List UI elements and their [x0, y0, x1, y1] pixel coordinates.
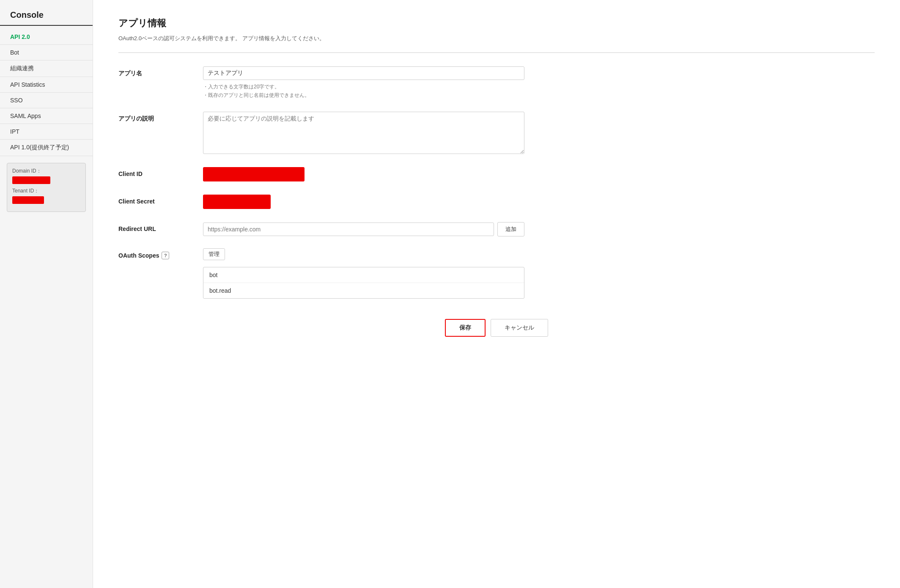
oauth-scopes-field: 管理 bot bot.read: [203, 248, 875, 299]
client-id-label: Client ID: [118, 167, 203, 177]
domain-id-label: Domain ID：: [12, 168, 80, 175]
form-footer: 保存 キャンセル: [118, 319, 875, 354]
sidebar-item-api10[interactable]: API 1.0(提供終了予定): [0, 140, 93, 156]
sidebar: Console API 2.0 Bot 組織連携 API Statistics …: [0, 0, 93, 588]
hint2: ・既存のアプリと同じ名前は使用できません。: [203, 91, 875, 99]
app-name-field: ・入力できる文字数は20字です。 ・既存のアプリと同じ名前は使用できません。: [203, 66, 875, 100]
sidebar-item-org[interactable]: 組織連携: [0, 60, 93, 77]
sidebar-item-api20[interactable]: API 2.0: [0, 29, 93, 45]
scope-tag-manage[interactable]: 管理: [203, 248, 225, 260]
list-item: bot: [203, 267, 524, 283]
cancel-button[interactable]: キャンセル: [491, 319, 548, 337]
client-id-row: Client ID: [118, 167, 875, 183]
oauth-scopes-help-icon[interactable]: ?: [162, 252, 169, 259]
oauth-scopes-row: OAuth Scopes ? 管理 bot bot.read: [118, 248, 875, 299]
redirect-url-label: Redirect URL: [118, 222, 203, 232]
page-title: アプリ情報: [118, 17, 875, 30]
app-name-label: アプリ名: [118, 66, 203, 77]
app-name-hints: ・入力できる文字数は20字です。 ・既存のアプリと同じ名前は使用できません。: [203, 82, 875, 100]
app-description-field: [203, 112, 875, 155]
list-item: bot.read: [203, 283, 524, 298]
tenant-id-label: Tenant ID：: [12, 187, 80, 195]
main-content: アプリ情報 OAuth2.0ベースの認可システムを利用できます。 アプリ情報を入…: [93, 0, 900, 588]
sidebar-item-ipt[interactable]: IPT: [0, 124, 93, 140]
domain-box: Domain ID： Tenant ID：: [7, 163, 86, 212]
hint1: ・入力できる文字数は20字です。: [203, 82, 875, 91]
add-redirect-url-button[interactable]: 追加: [497, 222, 524, 236]
app-description-row: アプリの説明: [118, 112, 875, 155]
app-description-label: アプリの説明: [118, 112, 203, 123]
app-name-row: アプリ名 ・入力できる文字数は20字です。 ・既存のアプリと同じ名前は使用できま…: [118, 66, 875, 100]
redirect-url-input-row: 追加: [203, 222, 524, 236]
oauth-label-row: OAuth Scopes ?: [118, 252, 203, 259]
domain-id-value: [12, 176, 50, 184]
tenant-id-value: [12, 196, 44, 204]
save-button[interactable]: 保存: [445, 319, 486, 337]
client-secret-label: Client Secret: [118, 195, 203, 205]
client-secret-field: [203, 195, 875, 210]
section-divider: [118, 52, 875, 53]
oauth-scopes-label: OAuth Scopes: [118, 252, 159, 259]
sidebar-title: Console: [0, 10, 93, 26]
scope-list: bot bot.read: [203, 267, 524, 299]
redirect-url-row: Redirect URL 追加: [118, 222, 875, 236]
page-description: OAuth2.0ベースの認可システムを利用できます。 アプリ情報を入力してくださ…: [118, 35, 875, 42]
client-secret-row: Client Secret: [118, 195, 875, 210]
client-secret-value: [203, 195, 271, 209]
oauth-scopes-label-container: OAuth Scopes ?: [118, 248, 203, 259]
client-id-value: [203, 167, 305, 181]
sidebar-item-sso[interactable]: SSO: [0, 93, 93, 108]
app-description-textarea[interactable]: [203, 112, 524, 154]
app-name-input[interactable]: [203, 66, 524, 80]
sidebar-item-saml[interactable]: SAML Apps: [0, 108, 93, 124]
sidebar-item-bot[interactable]: Bot: [0, 45, 93, 60]
sidebar-item-stats[interactable]: API Statistics: [0, 77, 93, 93]
redirect-url-input[interactable]: [203, 223, 494, 236]
client-id-field: [203, 167, 875, 183]
redirect-url-field: 追加: [203, 222, 875, 236]
